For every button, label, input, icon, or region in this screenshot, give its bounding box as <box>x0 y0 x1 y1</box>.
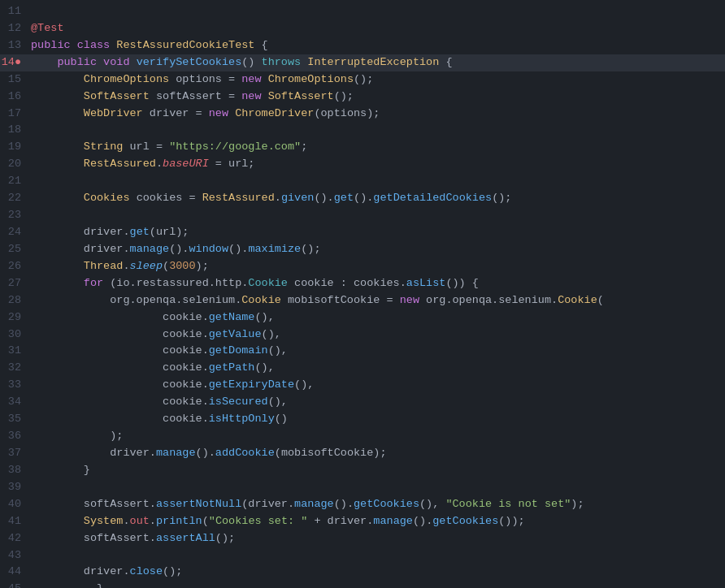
code-line-43: 43 <box>0 547 725 564</box>
code-line-36: 36 ); <box>0 428 725 445</box>
code-line-34: 34 cookie.isSecured(), <box>0 394 725 411</box>
code-line-37: 37 driver.manage().addCookie(mobisoftCoo… <box>0 445 725 462</box>
code-line-33: 33 cookie.getExpiryDate(), <box>0 377 725 394</box>
code-line-23: 23 <box>0 207 725 224</box>
code-line-40: 40 softAssert.assertNotNull(driver.manag… <box>0 496 725 513</box>
code-line-39: 39 <box>0 479 725 496</box>
code-line-29: 29 cookie.getName(), <box>0 309 725 326</box>
code-line-41: 41 System.out.println("Cookies set: " + … <box>0 513 725 530</box>
code-line-27: 27 for (io.restassured.http.Cookie cooki… <box>0 275 725 292</box>
code-line-26: 26 Thread.sleep(3000); <box>0 258 725 275</box>
code-line-17: 17 WebDriver driver = new ChromeDriver(o… <box>0 106 725 123</box>
code-line-25: 25 driver.manage().window().maximize(); <box>0 241 725 258</box>
code-line-42: 42 softAssert.assertAll(); <box>0 530 725 547</box>
code-line-13: 13 public class RestAssuredCookieTest { <box>0 37 725 54</box>
code-editor: 11 12 @Test 13 public class RestAssuredC… <box>0 0 725 588</box>
code-line-15: 15 ChromeOptions options = new ChromeOpt… <box>0 71 725 89</box>
code-line-35: 35 cookie.isHttpOnly() <box>0 411 725 428</box>
code-line-28: 28 org.openqa.selenium.Cookie mobisoftCo… <box>0 292 725 309</box>
code-line-44: 44 driver.close(); <box>0 564 725 581</box>
code-line-24: 24 driver.get(url); <box>0 224 725 241</box>
code-line-14: 14● public void verifySetCookies() throw… <box>0 54 725 71</box>
code-line-12: 12 @Test <box>0 20 725 37</box>
code-line-30: 30 cookie.getValue(), <box>0 326 725 344</box>
code-line-19: 19 String url = "https://google.com"; <box>0 139 725 156</box>
code-line-16: 16 SoftAssert softAssert = new SoftAsser… <box>0 89 725 106</box>
code-line-21: 21 <box>0 173 725 190</box>
code-line-22: 22 Cookies cookies = RestAssured.given()… <box>0 190 725 207</box>
code-line-11: 11 <box>0 3 725 20</box>
code-line-38: 38 } <box>0 462 725 479</box>
code-line-45: 45 } <box>0 581 725 588</box>
code-line-20: 20 RestAssured.baseURI = url; <box>0 156 725 173</box>
code-line-18: 18 <box>0 122 725 139</box>
code-line-31: 31 cookie.getDomain(), <box>0 343 725 360</box>
code-line-32: 32 cookie.getPath(), <box>0 360 725 377</box>
